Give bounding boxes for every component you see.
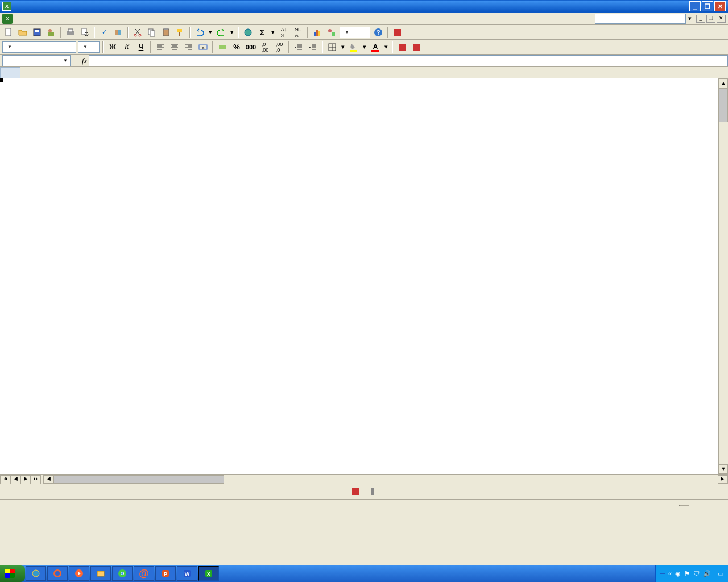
comma-button[interactable]: 000 <box>245 41 257 53</box>
chart-wizard-button[interactable] <box>311 26 324 39</box>
menu-view[interactable] <box>31 17 39 20</box>
adobe-toolbar-button[interactable] <box>396 41 408 53</box>
redo-dropdown[interactable]: ▾ <box>229 26 235 39</box>
scroll-right-button[interactable]: ▶ <box>718 475 727 484</box>
tray-network-icon[interactable]: ◉ <box>675 570 681 577</box>
align-right-button[interactable] <box>183 41 195 53</box>
autosum-dropdown[interactable]: ▾ <box>270 26 276 39</box>
italic-button[interactable]: К <box>121 41 133 53</box>
menu-tools[interactable] <box>55 17 63 20</box>
font-color-dropdown[interactable]: ▾ <box>383 41 389 53</box>
research-button[interactable] <box>112 26 125 39</box>
copy-button[interactable] <box>146 26 158 39</box>
tab-nav-first[interactable]: ⏮ <box>0 475 10 484</box>
taskbar-powerpoint-icon[interactable]: P <box>155 566 176 581</box>
menu-edit[interactable] <box>23 17 31 20</box>
align-center-button[interactable] <box>168 41 181 53</box>
taskbar-ie-icon[interactable] <box>26 566 46 581</box>
zoom-combo[interactable]: ▼ <box>340 27 370 38</box>
format-painter-button[interactable] <box>174 26 187 39</box>
font-size-combo[interactable]: ▼ <box>78 41 100 53</box>
name-box[interactable]: ▼ <box>2 55 71 66</box>
redo-button[interactable] <box>215 26 228 39</box>
adobe-pdf-icon[interactable] <box>349 485 362 498</box>
spreadsheet-grid[interactable]: ▲ ▼ <box>0 67 728 474</box>
doc-close-button[interactable]: ✕ <box>717 15 726 23</box>
tray-flag-icon[interactable]: ⚑ <box>684 570 690 577</box>
font-color-button[interactable]: А <box>369 41 382 53</box>
merge-center-button[interactable]: a <box>197 41 209 53</box>
restore-button[interactable]: ❐ <box>702 1 713 11</box>
increase-indent-button[interactable] <box>307 41 319 53</box>
workbook-icon[interactable]: X <box>2 14 13 24</box>
scroll-up-button[interactable]: ▲ <box>719 78 728 88</box>
help-button[interactable]: ? <box>372 26 384 39</box>
start-button[interactable] <box>0 565 25 582</box>
permission-button[interactable] <box>45 26 57 39</box>
align-left-button[interactable] <box>154 41 167 53</box>
open-button[interactable] <box>16 26 29 39</box>
autosum-button[interactable]: Σ <box>256 26 268 39</box>
new-button[interactable] <box>2 26 15 39</box>
fx-icon[interactable]: fx <box>82 56 87 65</box>
tray-shield-icon[interactable]: 🛡 <box>693 570 700 577</box>
tray-chevron-icon[interactable]: « <box>668 570 672 577</box>
horizontal-scrollbar[interactable]: ◀ ▶ <box>43 475 728 484</box>
print-preview-button[interactable] <box>78 26 91 39</box>
drawing-button[interactable] <box>325 26 338 39</box>
hscroll-thumb[interactable] <box>53 475 224 484</box>
fill-color-dropdown[interactable]: ▾ <box>362 41 367 53</box>
taskbar-mail-icon[interactable]: @ <box>134 566 154 581</box>
taskbar-explorer-icon[interactable] <box>90 566 111 581</box>
menu-insert[interactable] <box>39 17 47 20</box>
decrease-decimal-button[interactable]: ,00,0 <box>273 41 286 53</box>
help-search-input[interactable] <box>595 14 686 24</box>
menu-file[interactable] <box>15 17 23 20</box>
taskbar-firefox-icon[interactable] <box>47 566 68 581</box>
doc-restore-button[interactable]: ❐ <box>706 15 715 23</box>
taskbar-excel-icon[interactable]: X <box>198 566 219 581</box>
adobe-toolbar-button2[interactable] <box>410 41 423 53</box>
undo-dropdown[interactable]: ▾ <box>208 26 213 39</box>
language-indicator[interactable] <box>660 573 665 574</box>
bold-button[interactable]: Ж <box>106 41 119 53</box>
tray-show-desktop-icon[interactable]: ▭ <box>718 570 723 577</box>
percent-button[interactable]: % <box>230 41 243 53</box>
tab-nav-prev[interactable]: ◀ <box>10 475 20 484</box>
scroll-thumb[interactable] <box>719 88 728 122</box>
cut-button[interactable] <box>131 26 144 39</box>
menu-format[interactable] <box>47 17 55 20</box>
menu-window[interactable] <box>71 17 78 20</box>
decrease-indent-button[interactable] <box>292 41 305 53</box>
help-search-dropdown[interactable]: ▾ <box>686 15 694 22</box>
tab-nav-next[interactable]: ▶ <box>20 475 31 484</box>
tray-volume-icon[interactable]: 🔊 <box>703 570 711 577</box>
sort-desc-button[interactable]: Я↓А <box>292 26 304 39</box>
adobe-pdf-button[interactable] <box>391 26 404 39</box>
taskbar-word-icon[interactable]: W <box>177 566 197 581</box>
fill-color-button[interactable] <box>348 41 360 53</box>
menu-data[interactable] <box>63 17 71 20</box>
toolbar-grip-icon[interactable] <box>366 485 379 498</box>
save-button[interactable] <box>31 26 43 39</box>
taskbar-chrome-icon[interactable] <box>112 566 133 581</box>
sort-asc-button[interactable]: А↓Я <box>278 26 290 39</box>
font-name-combo[interactable]: ▼ <box>2 41 76 53</box>
borders-button[interactable] <box>326 41 338 53</box>
tab-nav-last[interactable]: ⏭ <box>31 475 41 484</box>
scroll-down-button[interactable]: ▼ <box>719 464 728 474</box>
print-button[interactable] <box>64 26 77 39</box>
doc-minimize-button[interactable]: _ <box>696 15 705 23</box>
currency-button[interactable] <box>216 41 229 53</box>
undo-button[interactable] <box>193 26 206 39</box>
close-button[interactable]: ✕ <box>714 1 726 11</box>
select-all-corner[interactable] <box>0 67 20 78</box>
formula-input[interactable] <box>89 55 728 66</box>
menu-help[interactable] <box>78 17 86 20</box>
increase-decimal-button[interactable]: ,0,00 <box>259 41 271 53</box>
underline-button[interactable]: Ч <box>135 41 147 53</box>
taskbar-media-icon[interactable] <box>69 566 89 581</box>
hyperlink-button[interactable] <box>242 26 254 39</box>
spelling-button[interactable]: ✓ <box>98 26 110 39</box>
scroll-left-button[interactable]: ◀ <box>44 475 53 484</box>
